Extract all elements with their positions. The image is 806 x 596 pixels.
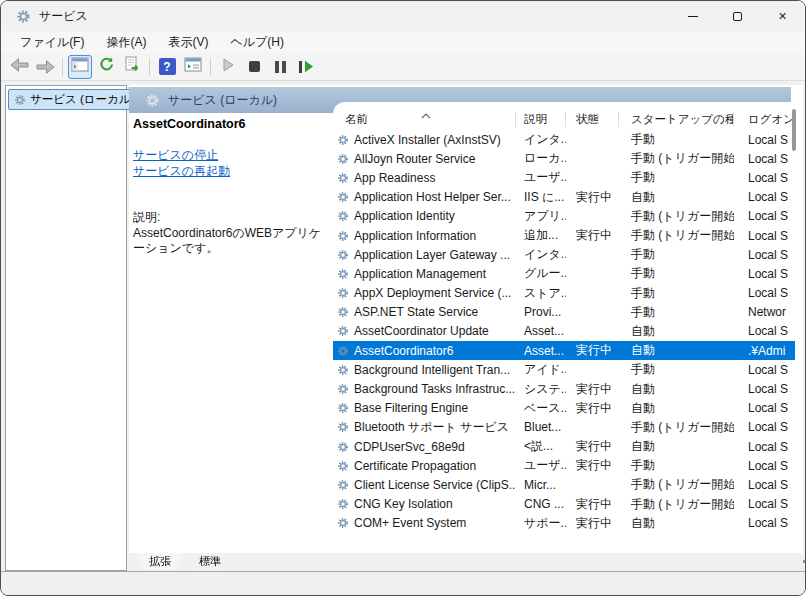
service-name-cell: Application Management [354,267,486,281]
service-name-cell: ActiveX Installer (AxInstSV) [354,133,501,147]
toolbar: ? [1,53,805,81]
service-logon-cell: Local S [734,190,795,204]
stop-service-link[interactable]: サービスの停止 [133,147,333,163]
service-description-cell: Asset... [516,324,566,338]
column-header-startup-type[interactable]: スタートアップの種類 [619,112,734,127]
table-row[interactable]: Client License Service (ClipS... Micr...… [333,475,795,494]
table-row[interactable]: Certificate Propagation ユーザ... 実行中 手動 Lo… [333,456,795,475]
tab-standard[interactable]: 標準 [185,553,235,570]
service-gear-icon [337,479,349,491]
service-name-cell: AppX Deployment Service (... [354,286,511,300]
pane-header-title: サービス (ローカル) [168,92,277,109]
service-logon-cell: Local S [734,286,795,300]
service-logon-cell: Local S [734,440,795,454]
service-description-cell: システ... [516,381,566,398]
service-description-cell: 追加... [516,227,566,244]
service-startup-cell: 自動 [619,342,734,359]
restart-service-button[interactable] [294,55,318,79]
service-gear-icon [337,268,349,280]
service-status-cell: 実行中 [566,515,619,532]
service-startup-cell: 手動 (トリガー開始) [619,419,734,436]
service-gear-icon [337,191,349,203]
maximize-button[interactable] [715,1,760,31]
service-gear-icon [337,364,349,376]
service-startup-cell: 自動 [619,381,734,398]
table-row[interactable]: AllJoyn Router Service ローカ... 手動 (トリガー開始… [333,149,795,168]
table-row[interactable]: Base Filtering Engine ベース... 実行中 自動 Loca… [333,399,795,418]
service-logon-cell: Networ [734,305,795,319]
service-status-cell: 実行中 [566,227,619,244]
stop-service-button[interactable] [242,55,266,79]
column-header-status[interactable]: 状態 [566,112,619,127]
service-description-cell: ベース... [516,400,566,417]
service-name-cell: App Readiness [354,171,435,185]
service-description-cell: アイド... [516,361,566,378]
start-service-icon [222,58,234,76]
table-row[interactable]: ActiveX Installer (AxInstSV) インタ... 手動 L… [333,130,795,149]
tab-extended[interactable]: 拡張 [135,553,185,570]
help-icon: ? [159,58,176,75]
tree-item-services-local[interactable]: サービス (ローカル) [8,89,140,110]
menu-view[interactable]: 表示(V) [159,32,217,53]
export-list-button[interactable] [120,55,144,79]
service-startup-cell: 自動 [619,189,734,206]
show-window-button[interactable] [181,55,205,79]
service-logon-cell: Local S [734,497,795,511]
table-row[interactable]: ASP.NET State Service Provi... 手動 Networ [333,303,795,322]
service-description-cell: Provi... [516,305,566,319]
service-logon-cell: Local S [734,324,795,338]
table-row[interactable]: Application Identity アプリ... 手動 (トリガー開始) … [333,207,795,226]
service-gear-icon [337,460,349,472]
menu-action[interactable]: 操作(A) [97,32,155,53]
table-row[interactable]: Bluetooth サポート サービス Bluet... 手動 (トリガー開始)… [333,418,795,437]
column-header-logon[interactable]: ログオン [734,112,795,127]
table-row[interactable]: COM+ Event System サポー... 実行中 自動 Local S [333,514,795,533]
status-bar [1,571,805,596]
menu-file[interactable]: ファイル(F) [11,32,93,53]
minimize-button[interactable] [670,1,715,31]
pause-service-button[interactable] [268,55,292,79]
table-row[interactable]: AssetCoordinator6 Asset... 実行中 自動 .¥Admi [333,341,795,360]
service-startup-cell: 手動 [619,457,734,474]
column-headers: 名前 説明 状態 スタートアップの種類 ログオン [333,102,795,130]
service-gear-icon [337,210,349,222]
start-service-button[interactable] [216,55,240,79]
service-description-cell: ユーザ... [516,169,566,186]
close-button[interactable]: × [760,1,805,31]
table-row[interactable]: Application Host Helper Ser... IIS に... … [333,188,795,207]
show-console-tree-button[interactable] [68,55,92,79]
menu-help[interactable]: ヘルプ(H) [221,32,293,53]
service-gear-icon [337,306,349,318]
service-gear-icon [337,172,349,184]
table-row[interactable]: Application Management グルー... 手動 Local S [333,264,795,283]
menu-bar: ファイル(F) 操作(A) 表示(V) ヘルプ(H) [1,31,805,53]
help-button[interactable]: ? [155,55,179,79]
column-header-description[interactable]: 説明 [516,112,566,127]
forward-button[interactable] [33,55,57,79]
table-row[interactable]: CDPUserSvc_68e9d <説... 実行中 自動 Local S [333,437,795,456]
table-row[interactable]: AssetCoordinator Update Asset... 自動 Loca… [333,322,795,341]
table-row[interactable]: Background Tasks Infrastruc... システ... 実行… [333,379,795,398]
table-row[interactable]: Application Layer Gateway ... インタ... 手動 … [333,245,795,264]
service-logon-cell: Local S [734,401,795,415]
window-list-icon [184,57,202,76]
table-row[interactable]: AppX Deployment Service (... ストア... 手動 L… [333,284,795,303]
service-logon-cell: Local S [734,171,795,185]
service-description-cell: IIS に... [516,189,566,206]
table-row[interactable]: App Readiness ユーザ... 手動 Local S [333,168,795,187]
refresh-button[interactable] [94,55,118,79]
service-status-cell: 実行中 [566,381,619,398]
table-row[interactable]: CNG Key Isolation CNG ... 実行中 手動 (トリガー開始… [333,495,795,514]
table-row[interactable]: Background Intelligent Tran... アイド... 手動… [333,360,795,379]
restart-service-link[interactable]: サービスの再起動 [133,163,333,179]
tree-item-label: サービス (ローカル) [30,92,134,107]
title-bar: サービス × [1,1,805,31]
service-description-cell: Micr... [516,478,566,492]
back-button[interactable] [7,55,31,79]
service-name-cell: AssetCoordinator6 [354,344,453,358]
vertical-scrollbar[interactable] [792,109,796,151]
service-gear-icon [337,153,349,165]
service-gear-icon [337,325,349,337]
table-row[interactable]: Application Information 追加... 実行中 手動 (トリ… [333,226,795,245]
sort-ascending-icon [421,105,431,123]
